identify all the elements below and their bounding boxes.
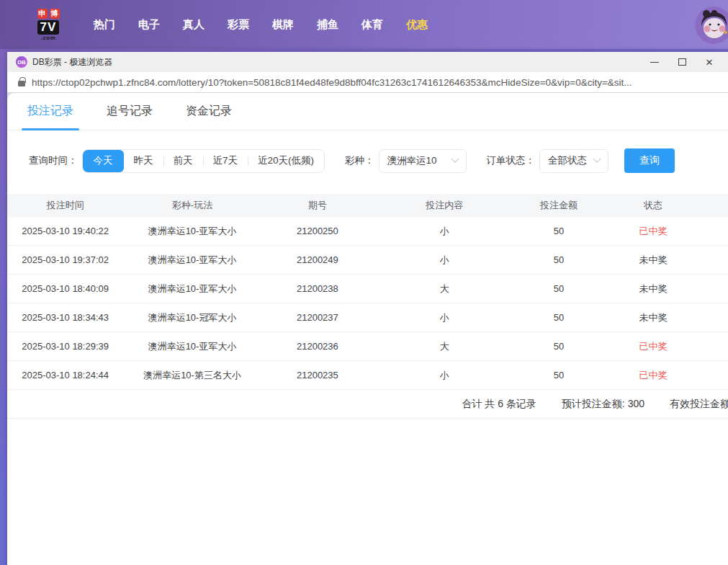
cell-amount: 50: [516, 226, 603, 236]
logo-badges: 申 博: [37, 9, 60, 19]
table-header-row: 投注时间彩种-玩法期号投注内容投注金额状态: [7, 194, 728, 217]
cell-issue: 21200249: [261, 254, 374, 265]
cell-amount: 50: [516, 254, 603, 265]
cell-amount: 50: [516, 312, 603, 323]
lottery-select[interactable]: 澳洲幸运10: [379, 149, 467, 173]
table-row: 2025-03-10 18:34:43澳洲幸运10-冠军大小21200237小5…: [7, 303, 728, 332]
window-titlebar[interactable]: DB DB彩票 - 极速浏览器 ×: [7, 52, 728, 72]
cell-game: 澳洲幸运10-亚军大小: [123, 225, 261, 238]
cell-game: 澳洲幸运10-亚军大小: [123, 340, 261, 353]
bet-records-table: 投注时间彩种-玩法期号投注内容投注金额状态 2025-03-10 19:40:2…: [7, 194, 728, 419]
cell-status: 未中奖: [603, 282, 704, 295]
maximize-icon: [678, 58, 686, 66]
cell-status: 已中奖: [603, 369, 704, 382]
nav-item-6[interactable]: 捕鱼: [305, 18, 350, 32]
cell-content: 小: [374, 225, 516, 238]
cell-issue: 21200237: [261, 312, 374, 323]
avatar-image: [695, 6, 728, 44]
order-status-value: 全部状态: [548, 154, 587, 167]
nav-item-3[interactable]: 真人: [171, 18, 216, 32]
cell-time: 2025-03-10 18:40:09: [7, 283, 123, 294]
address-bar[interactable]: https://ctop02pchwp1.zfnc84.com/lottery/…: [7, 72, 728, 93]
window-title: DB彩票 - 极速浏览器: [32, 56, 641, 68]
tab-bar: 投注记录追号记录资金记录: [7, 93, 728, 130]
column-header-5: 投注金额: [516, 199, 603, 212]
cell-time: 2025-03-10 19:40:22: [7, 226, 123, 236]
nav-item-2[interactable]: 电子: [127, 18, 171, 32]
nav-item-8[interactable]: 优惠: [395, 18, 439, 32]
minimize-button[interactable]: [641, 52, 668, 72]
table-row: 2025-03-10 19:37:02澳洲幸运10-亚军大小21200249小5…: [7, 246, 728, 275]
site-favicon: DB: [16, 56, 27, 68]
summary-valid-amount: 有效投注金额: [670, 398, 728, 411]
summary-expected-amount: 预计投注金额: 300: [562, 398, 644, 411]
nav-item-1[interactable]: 热门: [82, 18, 127, 32]
nav-item-7[interactable]: 体育: [350, 18, 395, 32]
summary-row: 合计 共 6 条记录 预计投注金额: 300 有效投注金额: [7, 390, 728, 419]
summary-total: 合计 共 6 条记录: [462, 398, 536, 411]
time-option-4[interactable]: 近7天: [203, 150, 248, 172]
cell-issue: 21200236: [261, 341, 374, 352]
cell-game: 澳洲幸运10-亚军大小: [123, 254, 261, 267]
cell-game: 澳洲幸运10-第三名大小: [123, 369, 261, 382]
nav-item-5[interactable]: 棋牌: [261, 18, 305, 32]
query-button[interactable]: 查询: [624, 148, 675, 173]
filter-row: 查询时间： 今天昨天前天近7天近20天(低频) 彩种： 澳洲幸运10 订单状态：…: [29, 149, 728, 172]
time-option-2[interactable]: 昨天: [124, 150, 163, 172]
cell-game: 澳洲幸运10-亚军大小: [123, 282, 261, 295]
cell-time: 2025-03-10 18:24:44: [7, 370, 123, 381]
window-controls: ×: [641, 52, 723, 72]
table-row: 2025-03-10 18:40:09澳洲幸运10-亚军大小21200238大5…: [7, 275, 728, 303]
cell-status: 未中奖: [603, 311, 704, 324]
cell-issue: 21200250: [261, 226, 374, 236]
time-filter-label: 查询时间：: [29, 154, 78, 167]
maximize-button[interactable]: [668, 52, 696, 72]
lock-icon: [18, 81, 25, 86]
cell-content: 大: [374, 282, 516, 295]
cell-status: 已中奖: [603, 225, 704, 238]
close-icon: ×: [706, 56, 713, 68]
close-button[interactable]: ×: [696, 52, 723, 72]
tab-1[interactable]: 投注记录: [27, 93, 73, 130]
cell-content: 小: [374, 311, 516, 324]
time-option-1[interactable]: 今天: [83, 150, 124, 172]
column-header-3: 期号: [261, 199, 374, 212]
nav-menu: 热门电子真人彩票棋牌捕鱼体育优惠: [82, 18, 439, 32]
table-row: 2025-03-10 19:40:22澳洲幸运10-亚军大小21200250小5…: [7, 217, 728, 246]
logo-suffix: .com: [41, 35, 56, 41]
time-option-3[interactable]: 前天: [163, 150, 203, 172]
table-row: 2025-03-10 18:29:39澳洲幸运10-亚军大小21200236大5…: [7, 332, 728, 361]
cell-time: 2025-03-10 19:37:02: [7, 254, 123, 265]
table-body: 2025-03-10 19:40:22澳洲幸运10-亚军大小21200250小5…: [7, 217, 728, 390]
tab-2[interactable]: 追号记录: [107, 93, 153, 130]
time-option-5[interactable]: 近20天(低频): [248, 150, 324, 172]
cell-issue: 21200235: [261, 370, 374, 381]
logo-main: 7V: [37, 20, 60, 35]
cell-game: 澳洲幸运10-冠军大小: [123, 311, 261, 324]
table-row: 2025-03-10 18:24:44澳洲幸运10-第三名大小21200235小…: [7, 361, 728, 390]
user-avatar[interactable]: [695, 6, 728, 44]
nav-item-4[interactable]: 彩票: [216, 18, 261, 32]
order-status-select[interactable]: 全部状态: [539, 149, 608, 173]
lottery-filter-label: 彩种：: [345, 154, 374, 167]
chevron-down-icon: [593, 155, 601, 163]
url-text[interactable]: https://ctop02pchwp1.zfnc84.com/lottery/…: [32, 77, 632, 88]
tab-3[interactable]: 资金记录: [186, 93, 232, 130]
cell-time: 2025-03-10 18:29:39: [7, 341, 123, 352]
page: 投注记录追号记录资金记录 查询时间： 今天昨天前天近7天近20天(低频) 彩种：…: [7, 93, 728, 565]
cell-content: 大: [374, 340, 516, 353]
cell-status: 未中奖: [603, 254, 704, 267]
column-header-1: 投注时间: [7, 199, 123, 212]
chevron-down-icon: [451, 155, 459, 163]
column-header-2: 彩种-玩法: [123, 199, 261, 212]
order-status-label: 订单状态：: [487, 154, 536, 167]
minimize-icon: [650, 62, 659, 63]
cell-amount: 50: [516, 341, 603, 352]
browser-content: 投注记录追号记录资金记录 查询时间： 今天昨天前天近7天近20天(低频) 彩种：…: [7, 93, 728, 565]
column-header-4: 投注内容: [374, 199, 516, 212]
site-logo[interactable]: 申 博 7V .com: [27, 9, 69, 41]
time-range-group: 今天昨天前天近7天近20天(低频): [82, 149, 325, 173]
cell-amount: 50: [516, 283, 603, 294]
logo-badge-2: 博: [50, 9, 60, 19]
cell-time: 2025-03-10 18:34:43: [7, 312, 123, 323]
